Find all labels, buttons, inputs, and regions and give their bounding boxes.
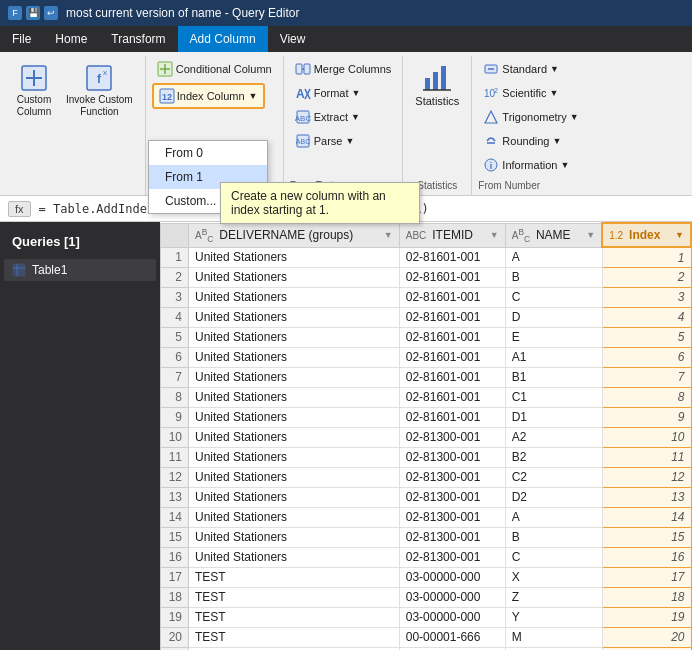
- ribbon-group-statistics: Statistics Statistics: [403, 56, 472, 195]
- table-row: 8United Stationers02-81601-001C18: [161, 387, 692, 407]
- invoke-custom-label: Invoke CustomFunction: [66, 94, 133, 118]
- information-arrow[interactable]: ▼: [560, 160, 569, 170]
- menu-file[interactable]: File: [0, 26, 43, 52]
- menu-transform[interactable]: Transform: [99, 26, 177, 52]
- format-arrow[interactable]: ▼: [352, 88, 361, 98]
- extract-icon: ABC: [295, 109, 311, 125]
- svg-text:2: 2: [494, 87, 498, 94]
- row-number: 6: [161, 347, 189, 367]
- save-icon[interactable]: 💾: [26, 6, 40, 20]
- menu-add-column[interactable]: Add Column: [178, 26, 268, 52]
- format-button[interactable]: A Format ▼: [290, 82, 366, 104]
- table-row: 18TEST03-00000-000Z18: [161, 587, 692, 607]
- table-row: 10United Stationers02-81300-001A210: [161, 427, 692, 447]
- conditional-column-icon: [157, 61, 173, 77]
- sidebar-item-table1[interactable]: Table1: [4, 259, 156, 281]
- svg-text:12: 12: [162, 92, 172, 102]
- statistics-button[interactable]: Statistics: [409, 58, 465, 112]
- data-cell: 02-81300-001: [399, 447, 505, 467]
- menu-view[interactable]: View: [268, 26, 318, 52]
- index-cell: 1: [602, 247, 691, 267]
- scientific-label: Scientific: [502, 87, 546, 99]
- extract-arrow[interactable]: ▼: [351, 112, 360, 122]
- scientific-button[interactable]: 10 2 Scientific ▼: [478, 82, 563, 104]
- data-cell: A: [505, 507, 602, 527]
- formula-label: fx: [8, 201, 31, 217]
- data-cell: 03-00000-000: [399, 567, 505, 587]
- table-row: 2United Stationers02-81601-001B2: [161, 267, 692, 287]
- svg-rect-12: [304, 64, 310, 74]
- standard-button[interactable]: Standard ▼: [478, 58, 564, 80]
- svg-text:ABC: ABC: [295, 114, 311, 123]
- trigonometry-arrow[interactable]: ▼: [570, 112, 579, 122]
- col-header-index[interactable]: 1.2 Index ▼: [602, 223, 691, 247]
- extract-button[interactable]: ABC Extract ▼: [290, 106, 365, 128]
- scientific-arrow[interactable]: ▼: [549, 88, 558, 98]
- sort-index[interactable]: ▼: [675, 230, 684, 240]
- parse-button[interactable]: ABC Parse ▼: [290, 130, 360, 152]
- col-header-rownum: [161, 223, 189, 247]
- table-row: 11United Stationers02-81300-001B211: [161, 447, 692, 467]
- svg-text:A: A: [296, 87, 305, 101]
- data-cell: 00-00001-666: [399, 627, 505, 647]
- index-cell: 16: [602, 547, 691, 567]
- trigonometry-icon: [483, 109, 499, 125]
- svg-rect-21: [425, 78, 430, 90]
- index-column-button[interactable]: 12 Index Column ▼: [152, 83, 265, 109]
- index-column-tooltip: Create a new column with an index starti…: [220, 182, 420, 224]
- col-header-name[interactable]: ABC NAME ▼: [505, 223, 602, 247]
- index-cell: 8: [602, 387, 691, 407]
- index-cell: 17: [602, 567, 691, 587]
- data-cell: United Stationers: [189, 447, 400, 467]
- row-number: 20: [161, 627, 189, 647]
- data-cell: 02-81300-001: [399, 487, 505, 507]
- data-cell: United Stationers: [189, 487, 400, 507]
- invoke-custom-button[interactable]: f x Invoke CustomFunction: [60, 58, 139, 122]
- standard-label: Standard: [502, 63, 547, 75]
- tooltip-text: Create a new column with an index starti…: [231, 189, 386, 217]
- conditional-column-button[interactable]: Conditional Column: [152, 58, 277, 80]
- from-0-item[interactable]: From 0: [149, 141, 267, 165]
- data-cell: 02-81300-001: [399, 547, 505, 567]
- information-label: Information: [502, 159, 557, 171]
- information-button[interactable]: i Information ▼: [478, 154, 574, 176]
- index-column-dropdown-arrow[interactable]: ▼: [249, 91, 258, 101]
- index-cell: 10: [602, 427, 691, 447]
- col-label-index: Index: [629, 228, 660, 242]
- data-cell: C1: [505, 387, 602, 407]
- standard-arrow[interactable]: ▼: [550, 64, 559, 74]
- custom-column-button[interactable]: CustomColumn: [10, 58, 58, 122]
- rounding-button[interactable]: Rounding ▼: [478, 130, 566, 152]
- data-cell: 02-81601-001: [399, 407, 505, 427]
- row-number: 5: [161, 327, 189, 347]
- index-cell: 20: [602, 627, 691, 647]
- sort-delivername[interactable]: ▼: [384, 230, 393, 240]
- trigonometry-button[interactable]: Trigonometry ▼: [478, 106, 583, 128]
- menu-bar: File Home Transform Add Column View: [0, 26, 692, 52]
- row-number: 18: [161, 587, 189, 607]
- data-cell: 03-00000-000: [399, 607, 505, 627]
- row-number: 12: [161, 467, 189, 487]
- data-area: ABC DELIVERNAME (groups) ▼ ABC ITEMID ▼: [160, 222, 692, 650]
- index-column-icon: 12: [159, 88, 175, 104]
- rounding-arrow[interactable]: ▼: [552, 136, 561, 146]
- undo-icon[interactable]: ↩: [44, 6, 58, 20]
- table-row: 12United Stationers02-81300-001C212: [161, 467, 692, 487]
- data-cell: United Stationers: [189, 527, 400, 547]
- custom-column-label: CustomColumn: [17, 94, 51, 118]
- sort-name[interactable]: ▼: [586, 230, 595, 240]
- parse-arrow[interactable]: ▼: [345, 136, 354, 146]
- index-cell: 13: [602, 487, 691, 507]
- data-cell: United Stationers: [189, 327, 400, 347]
- menu-home[interactable]: Home: [43, 26, 99, 52]
- ribbon-group-from-text: Merge Columns A Format ▼ ABC Extract ▼: [284, 56, 404, 195]
- data-cell: TEST: [189, 587, 400, 607]
- data-cell: B: [505, 527, 602, 547]
- col-header-delivername[interactable]: ABC DELIVERNAME (groups) ▼: [189, 223, 400, 247]
- table-row: 13United Stationers02-81300-001D213: [161, 487, 692, 507]
- col-header-itemid[interactable]: ABC ITEMID ▼: [399, 223, 505, 247]
- data-cell: B1: [505, 367, 602, 387]
- sort-itemid[interactable]: ▼: [490, 230, 499, 240]
- merge-columns-button[interactable]: Merge Columns: [290, 58, 397, 80]
- data-cell: D1: [505, 407, 602, 427]
